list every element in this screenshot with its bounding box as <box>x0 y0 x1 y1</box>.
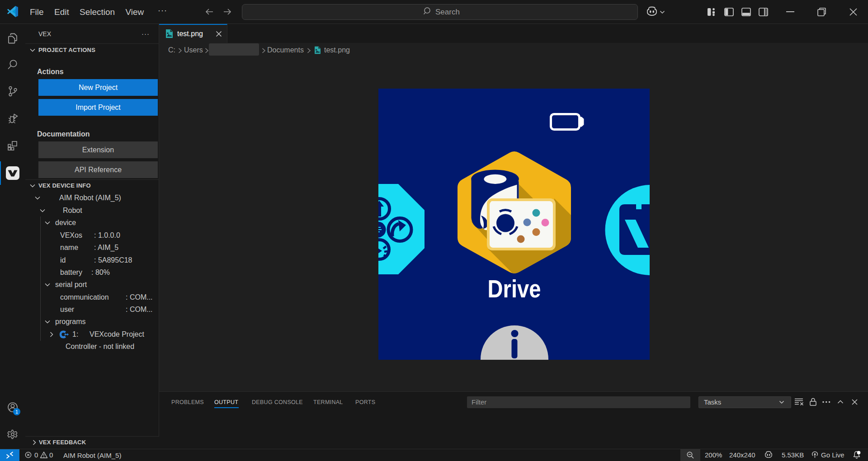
svg-text:Drive: Drive <box>488 275 541 303</box>
